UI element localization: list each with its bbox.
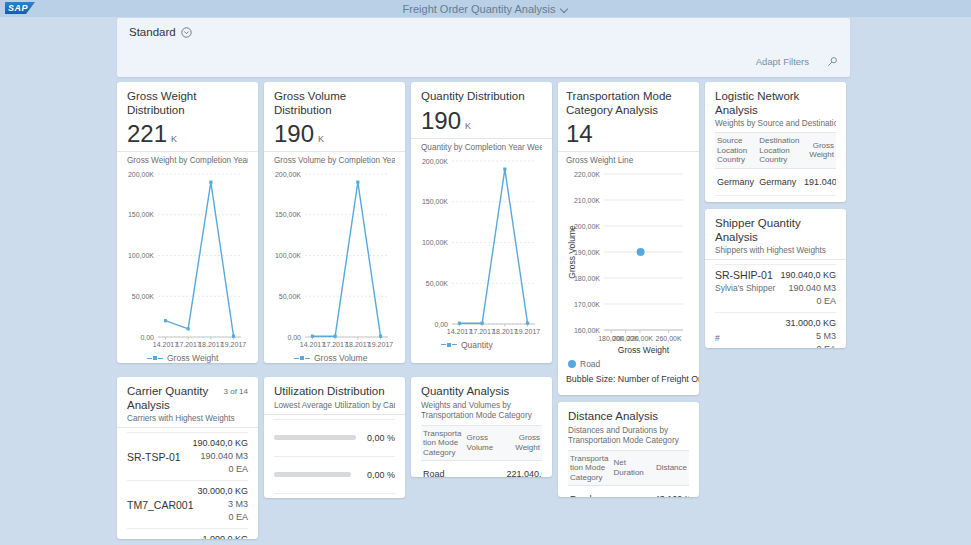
svg-text:17.2017: 17.2017 — [323, 341, 348, 348]
svg-text:160,00K: 160,00K — [574, 327, 600, 334]
legend-label: Road — [580, 359, 600, 369]
svg-text:200,00K: 200,00K — [574, 223, 600, 230]
tile-title: Transportation Mode Category Analysis — [566, 90, 691, 117]
svg-text:190,00K: 190,00K — [574, 249, 600, 256]
divider — [117, 151, 258, 152]
kpi-value: 221 — [127, 121, 167, 147]
tile-subtitle: Shippers with Highest Weights — [715, 246, 836, 255]
tile-title: Gross Volume Distribution — [274, 90, 395, 117]
sap-logo[interactable]: SAP — [5, 2, 35, 14]
kpi-value: 190 — [421, 108, 461, 134]
column-header[interactable]: Transportation Mode Category — [568, 450, 612, 486]
list-item[interactable]: SR-TSP-01 190.040,0 KG 190.040 M3 0 EA — [127, 432, 248, 480]
chart-legend: Quantity — [421, 340, 542, 350]
value-quantity: 0 EA — [780, 295, 836, 308]
column-header[interactable]: Destination Location Country — [757, 133, 802, 169]
list-item[interactable]: HPCARRIER1 1.000,0 KG 2 M3 0 EA — [127, 528, 248, 539]
app-title: Freight Order Quantity Analysis — [403, 3, 556, 15]
svg-text:14.2017: 14.2017 — [153, 341, 178, 348]
tile-utilization-distribution[interactable]: Utilization Distribution Lowest Average … — [264, 377, 405, 498]
value-weight: 190.040,0 KG — [780, 269, 836, 282]
transport-mode-bubble-chart[interactable]: 160,00K170,00K180,00K190,00K200,00K210,0… — [566, 168, 691, 356]
svg-text:19.2017: 19.2017 — [368, 341, 393, 348]
value-volume: 5 M3 — [785, 330, 836, 343]
svg-text:Gross Volume: Gross Volume — [567, 225, 577, 279]
svg-text:260,00K: 260,00K — [656, 335, 682, 342]
list-item[interactable]: SR-SHIP-01 Sylvia's Shipper 190.040,0 KG… — [715, 264, 836, 312]
table-row[interactable]: Road 43.109 KM — [568, 486, 689, 498]
divider — [705, 259, 846, 260]
distance-table: Transportation Mode Category Net Duratio… — [568, 450, 689, 498]
table-row[interactable]: Road 221.040,0 ... — [421, 461, 542, 478]
list-item[interactable]: # 31.000,0 KG 5 M3 0 EA — [715, 312, 836, 348]
column-header[interactable]: Source Location Country — [715, 133, 757, 169]
svg-text:19.2017: 19.2017 — [515, 328, 540, 335]
utilization-value: 0,00 % — [367, 470, 395, 480]
tile-subtitle: Weights by Source and Destination Countr… — [715, 119, 836, 128]
utilization-bar-row[interactable]: 0,00 % — [274, 493, 395, 499]
variant-label: Standard — [129, 26, 176, 38]
tile-distance-analysis[interactable]: Distance Analysis Distances and Duration… — [558, 402, 699, 497]
value-weight: 1.000,0 KG — [202, 533, 248, 539]
tile-logistic-network-analysis[interactable]: Logistic Network Analysis Weights by Sou… — [705, 82, 846, 202]
column-header[interactable]: Gross Weight — [802, 133, 836, 169]
cell-source: India — [715, 195, 757, 202]
column-header[interactable]: Gross Weight — [504, 425, 542, 461]
list-item[interactable]: TM7_CAR001 30.000,0 KG 3 M3 0 EA — [127, 480, 248, 528]
svg-text:17.2017: 17.2017 — [470, 328, 495, 335]
column-header[interactable]: Transportation Mode Category — [421, 425, 465, 461]
tile-quantity-distribution[interactable]: Quantity Distribution 190 K Quantity by … — [411, 82, 552, 363]
svg-text:0,00: 0,00 — [140, 334, 154, 341]
tile-quantity-analysis[interactable]: Quantity Analysis Weights and Volumes by… — [411, 377, 552, 477]
adapt-filters-button[interactable]: Adapt Filters — [756, 56, 809, 67]
tile-carrier-quantity-analysis[interactable]: Carrier Quantity Analysis 3 of 14 Carrie… — [117, 377, 258, 539]
logistic-table: Source Location Country Destination Loca… — [715, 132, 836, 202]
divider — [411, 138, 552, 139]
svg-text:100,00K: 100,00K — [422, 239, 448, 246]
column-header[interactable]: Net Duration — [612, 450, 653, 486]
tile-gross-volume-distribution[interactable]: Gross Volume Distribution 190 K Gross Vo… — [264, 82, 405, 363]
svg-text:200,00K: 200,00K — [275, 171, 301, 178]
variant-dropdown-icon — [181, 27, 192, 38]
tile-gross-weight-distribution[interactable]: Gross Weight Distribution 221 K Gross We… — [117, 82, 258, 363]
svg-text:18.2017: 18.2017 — [492, 328, 517, 335]
value-weight: 31.000,0 KG — [785, 317, 836, 330]
svg-text:19.2017: 19.2017 — [221, 341, 246, 348]
variant-selector[interactable]: Standard — [129, 26, 192, 38]
gross-weight-line-chart[interactable]: 0,0050,00K100,00K150,00K200,00K14.201717… — [127, 168, 248, 350]
svg-text:210,00K: 210,00K — [574, 197, 600, 204]
table-row[interactable]: Germany Germany 191.040,0 ... — [715, 168, 836, 195]
utilization-value: 0,00 % — [367, 433, 395, 443]
svg-text:0,00: 0,00 — [434, 320, 448, 327]
cell-gross-volume — [465, 461, 505, 478]
cell-gross-weight: 30.000,0 KG — [802, 195, 836, 202]
shell-header: SAP Freight Order Quantity Analysis — [0, 0, 971, 17]
line-series-marker-icon — [294, 356, 310, 360]
utilization-bar-row[interactable]: 0,00 % — [274, 456, 395, 493]
quantity-line-chart[interactable]: 0,0050,00K100,00K150,00K200,00K14.201717… — [421, 155, 542, 337]
svg-text:50,00K: 50,00K — [279, 293, 302, 300]
line-series-marker-icon — [147, 356, 163, 360]
tile-title: Distance Analysis — [568, 410, 689, 424]
gross-volume-line-chart[interactable]: 0,0050,00K100,00K150,00K200,00K14.201717… — [274, 168, 395, 350]
column-header[interactable]: Gross Volume — [465, 425, 505, 461]
tile-shipper-quantity-analysis[interactable]: Shipper Quantity Analysis Shippers with … — [705, 209, 846, 348]
pin-icon[interactable] — [827, 56, 838, 67]
quantity-table: Transportation Mode Category Gross Volum… — [421, 425, 542, 478]
column-header[interactable]: Distance — [653, 450, 689, 486]
cell-net-duration — [612, 486, 653, 498]
cell-source: Germany — [715, 168, 757, 195]
value-volume: 3 M3 — [197, 498, 248, 511]
app-title-menu[interactable]: Freight Order Quantity Analysis — [403, 3, 569, 15]
kpi-value: 14 — [566, 121, 593, 147]
tile-title: Quantity Distribution — [421, 90, 542, 104]
svg-text:170,00K: 170,00K — [574, 301, 600, 308]
value-volume: 190.040 M3 — [780, 282, 836, 295]
utilization-bar-row[interactable]: 0,00 % — [274, 419, 395, 456]
table-row[interactable]: India USA 30.000,0 KG — [715, 195, 836, 202]
kpi: 190 K — [274, 121, 395, 147]
svg-text:17.2017: 17.2017 — [176, 341, 201, 348]
svg-text:100,00K: 100,00K — [275, 252, 301, 259]
tile-transportation-mode-category-analysis[interactable]: Transportation Mode Category Analysis 14… — [558, 82, 699, 395]
filter-bar: Standard Adapt Filters — [117, 18, 850, 77]
